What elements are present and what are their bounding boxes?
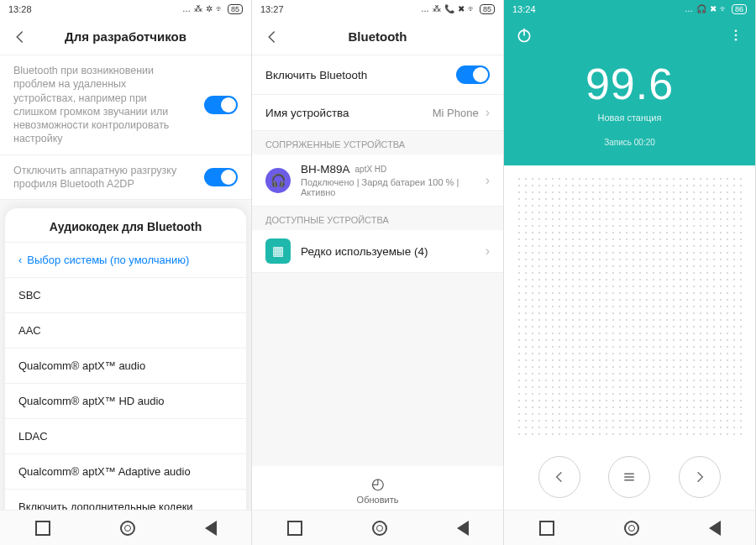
device-name-value: Mi Phone [433, 107, 479, 119]
chevron-right-icon: › [486, 173, 490, 188]
setting-volume-desc-row[interactable]: Bluetooth при возникновении проблем на у… [0, 55, 251, 155]
chevron-right-icon: › [486, 244, 490, 259]
page-title: Bluetooth [349, 29, 407, 44]
frequency: 99.6 [504, 59, 755, 109]
codec-option-aac[interactable]: AAC [5, 312, 246, 348]
power-button[interactable] [516, 27, 533, 47]
nav-home[interactable] [624, 521, 639, 536]
power-icon [516, 27, 533, 44]
status-time: 13:24 [512, 4, 536, 14]
device-codec: aptX HD [355, 165, 387, 174]
next-station-button[interactable] [679, 456, 721, 498]
section-available: ДОСТУПНЫЕ УСТРОЙСТВА [252, 207, 503, 230]
row-device-name[interactable]: Имя устройства Mi Phone › [252, 95, 503, 131]
back-button[interactable] [260, 25, 284, 49]
chevron-left-icon [265, 29, 280, 45]
nav-back[interactable] [457, 521, 469, 536]
radio-display: 99.6 Новая станция Запись 00:20 [504, 55, 755, 165]
battery-indicator: 85 [228, 4, 243, 15]
nav-home[interactable] [120, 521, 135, 536]
chevron-left-icon [13, 29, 28, 45]
device-name: BH-M89A [301, 163, 350, 176]
clock-icon: ◴ [252, 474, 503, 493]
status-time: 13:28 [8, 4, 32, 14]
nav-recents[interactable] [539, 521, 554, 536]
toggle-switch[interactable] [456, 66, 490, 84]
codec-option-aptx-hd[interactable]: Qualcomm® aptX™ HD audio [5, 383, 246, 418]
sheet-title: Аудиокодек для Bluetooth [5, 208, 246, 242]
nav-recents[interactable] [287, 521, 302, 536]
section-paired: СОПРЯЖЕННЫЕ УСТРОЙСТВА [252, 131, 503, 155]
status-bar: 13:28 …⁂✲ᯤ 85 [0, 0, 251, 18]
chevron-right-icon [693, 470, 706, 484]
back-button[interactable] [8, 25, 32, 49]
chevron-right-icon: › [486, 105, 490, 120]
station-name: Новая станция [504, 113, 755, 123]
nav-back[interactable] [205, 521, 217, 536]
phone-fm-radio: 13:24 …🎧✖ᯤ 86 99.6 Новая станция Запись … [504, 0, 756, 545]
page-title: Для разработчиков [65, 29, 186, 44]
battery-indicator: 85 [480, 4, 495, 15]
record-status: Запись 00:20 [504, 138, 755, 147]
rare-devices-row[interactable]: ▦ Редко используемые (4) › [252, 230, 503, 273]
more-vert-icon [728, 28, 743, 43]
refresh-button[interactable]: ◴ Обновить [252, 466, 503, 510]
frequency-dial[interactable] [516, 176, 743, 436]
nav-bar [252, 510, 503, 545]
row-label: Включить Bluetooth [265, 69, 367, 81]
phone-developer-options: 13:28 …⁂✲ᯤ 85 Для разработчиков Bluetoot… [0, 0, 252, 545]
codec-option-default[interactable]: Выбор системы (по умолчанию) [5, 242, 246, 277]
codec-option-aptx-adaptive[interactable]: Qualcomm® aptX™ Adaptive audio [5, 453, 246, 489]
header-bar [504, 18, 755, 55]
battery-indicator: 86 [732, 4, 747, 15]
setting-desc: Bluetooth при возникновении проблем на у… [13, 64, 190, 146]
codec-option-sbc[interactable]: SBC [5, 277, 246, 312]
status-bar: 13:24 …🎧✖ᯤ 86 [504, 0, 755, 18]
nav-back[interactable] [709, 521, 721, 536]
codec-sheet: Аудиокодек для Bluetooth Выбор системы (… [5, 208, 246, 510]
menu-icon [622, 469, 637, 485]
toggle-switch[interactable] [204, 96, 238, 114]
row-enable-bluetooth[interactable]: Включить Bluetooth [252, 55, 503, 95]
svg-point-4 [735, 39, 738, 41]
header-bar: Bluetooth [252, 18, 503, 55]
nav-recents[interactable] [35, 521, 50, 536]
chevron-left-icon [553, 470, 566, 484]
prev-station-button[interactable] [538, 456, 580, 498]
grid-icon: ▦ [265, 238, 291, 264]
status-bar: 13:27 …⁂📞✖ᯤ 85 [252, 0, 503, 18]
nav-home[interactable] [372, 521, 387, 536]
codec-option-ldac[interactable]: LDAC [5, 418, 246, 453]
status-icons: …⁂📞✖ᯤ 85 [421, 4, 495, 15]
row-label: Имя устройства [265, 107, 349, 119]
status-icons: …⁂✲ᯤ 85 [182, 4, 243, 15]
svg-point-3 [735, 34, 738, 37]
codec-option-enable-extra[interactable]: Включить дополнительные кодеки [5, 489, 246, 510]
status-time: 13:27 [260, 4, 284, 14]
nav-bar [504, 510, 755, 545]
svg-point-2 [735, 29, 738, 32]
setting-a2dp-row[interactable]: Отключить аппаратную разгрузку профиля B… [0, 155, 251, 201]
content-scroll: Включить Bluetooth Имя устройства Mi Pho… [252, 55, 503, 466]
phone-bluetooth: 13:27 …⁂📞✖ᯤ 85 Bluetooth Включить Blueto… [252, 0, 504, 545]
header-bar: Для разработчиков [0, 18, 251, 55]
codec-option-aptx[interactable]: Qualcomm® aptX™ audio [5, 348, 246, 383]
rare-label: Редко используемые (4) [301, 245, 428, 258]
paired-device-row[interactable]: 🎧 BH-M89A aptX HD Подключено | Заряд бат… [252, 155, 503, 207]
toggle-switch[interactable] [204, 168, 238, 186]
more-button[interactable] [728, 28, 743, 46]
radio-controls [504, 446, 755, 510]
content-scroll: Bluetooth при возникновении проблем на у… [0, 55, 251, 510]
status-icons: …🎧✖ᯤ 86 [685, 4, 747, 15]
setting-a2dp: Отключить аппаратную разгрузку профиля B… [13, 164, 190, 191]
stations-list-button[interactable] [608, 456, 650, 498]
refresh-label: Обновить [357, 495, 399, 505]
nav-bar [0, 510, 251, 545]
headphones-icon: 🎧 [265, 168, 291, 193]
device-status: Подключено | Заряд батареи 100 % | Актив… [301, 177, 475, 197]
